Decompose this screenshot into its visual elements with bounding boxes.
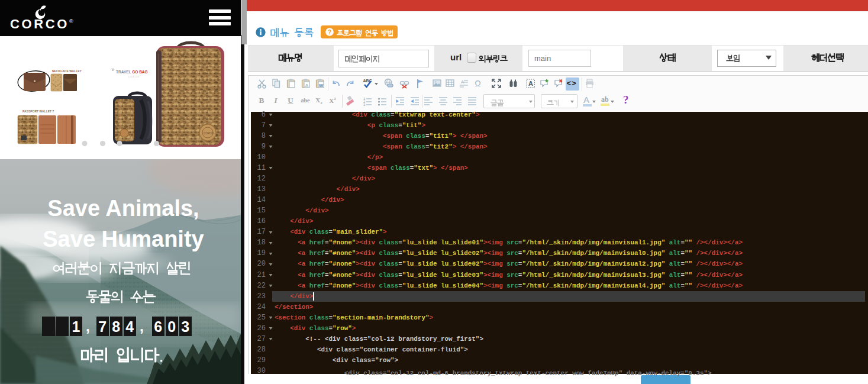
svg-text:A: A: [528, 80, 533, 87]
svg-text:PASSPORT WALLET 7: PASSPORT WALLET 7: [22, 109, 54, 113]
svg-text:Ω: Ω: [475, 79, 480, 88]
svg-text:3: 3: [363, 103, 366, 107]
svg-text:A: A: [305, 83, 308, 88]
svg-text:TRAVEL GO BAG: TRAVEL GO BAG: [116, 70, 148, 74]
svg-text:C O R C O: C O R C O: [128, 75, 139, 78]
svg-text:?: ?: [328, 28, 331, 35]
svg-text:W: W: [318, 83, 323, 88]
svg-text:NECKLACE WALLET: NECKLACE WALLET: [52, 69, 82, 73]
svg-text:CORCO: CORCO: [204, 132, 214, 135]
